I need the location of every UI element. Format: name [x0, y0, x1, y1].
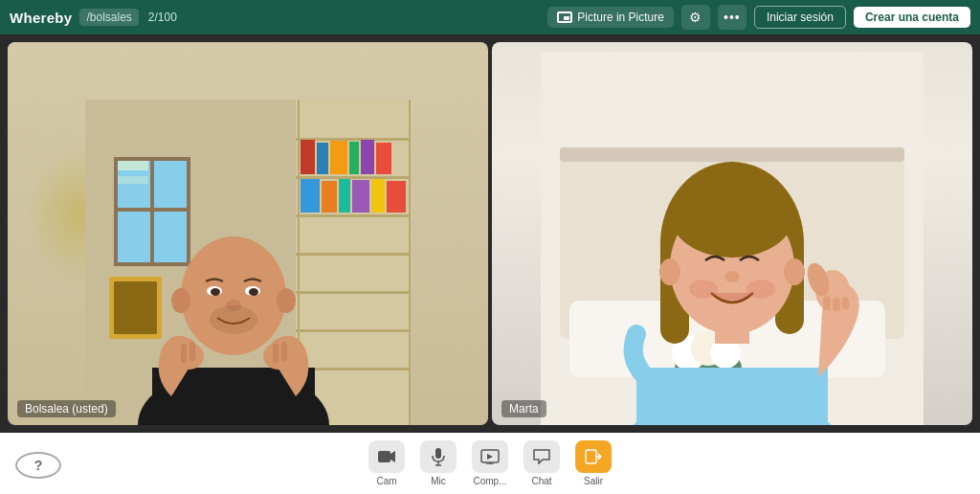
- svg-point-45: [210, 305, 257, 334]
- gear-icon: ⚙: [689, 10, 702, 25]
- svg-point-70: [784, 258, 805, 285]
- svg-rect-77: [833, 298, 840, 311]
- svg-marker-80: [390, 451, 395, 462]
- svg-rect-18: [322, 181, 337, 213]
- svg-rect-21: [371, 179, 385, 213]
- svg-point-43: [249, 288, 258, 296]
- svg-rect-79: [378, 451, 390, 462]
- svg-rect-9: [296, 329, 411, 332]
- svg-rect-54: [560, 147, 904, 162]
- chat-icon: [533, 449, 550, 464]
- screen-share-icon: [480, 449, 500, 464]
- svg-point-71: [724, 271, 740, 282]
- cam-icon-wrap: [368, 440, 405, 473]
- svg-rect-16: [376, 143, 391, 174]
- cam-label: Cam: [376, 476, 396, 486]
- comp-button[interactable]: Comp...: [466, 440, 514, 486]
- chat-icon-wrap: [523, 440, 560, 473]
- bottombar: ? Cam Mic: [0, 433, 980, 494]
- pip-label: Picture in Picture: [577, 11, 664, 24]
- right-scene-svg: [541, 52, 924, 425]
- help-icon: ?: [34, 458, 43, 473]
- right-video-tile: Marta: [492, 42, 972, 425]
- signin-button[interactable]: Iniciar sesión: [754, 6, 846, 29]
- salir-label: Salir: [584, 476, 603, 486]
- svg-point-68: [670, 171, 794, 258]
- create-account-button[interactable]: Crear una cuenta: [854, 7, 970, 28]
- svg-rect-17: [301, 179, 320, 213]
- svg-rect-49: [189, 342, 195, 361]
- svg-rect-13: [330, 141, 347, 174]
- svg-rect-11: [301, 140, 315, 174]
- pip-icon: [557, 11, 572, 23]
- svg-rect-27: [114, 262, 190, 266]
- comp-icon-wrap: [472, 440, 508, 473]
- help-button[interactable]: ?: [15, 452, 61, 479]
- svg-rect-6: [296, 214, 411, 217]
- svg-rect-20: [352, 180, 369, 213]
- svg-point-46: [173, 343, 204, 370]
- left-video-tile: Bolsalea (usted): [8, 42, 488, 425]
- svg-rect-12: [317, 143, 328, 174]
- left-scene-svg: [85, 100, 411, 425]
- participant-count: 2/100: [148, 11, 177, 24]
- svg-rect-19: [339, 179, 350, 213]
- video-area: Bolsalea (usted): [0, 34, 980, 433]
- svg-rect-31: [118, 176, 148, 184]
- leave-icon: [585, 449, 602, 464]
- svg-rect-5: [296, 176, 411, 179]
- svg-rect-48: [181, 344, 187, 363]
- svg-point-42: [211, 288, 220, 296]
- svg-rect-22: [387, 181, 406, 213]
- mic-icon-wrap: [420, 440, 457, 473]
- svg-point-38: [171, 288, 190, 313]
- svg-rect-8: [296, 291, 411, 294]
- svg-rect-88: [586, 450, 596, 463]
- svg-rect-15: [361, 140, 374, 174]
- mic-icon: [432, 447, 445, 466]
- svg-rect-51: [281, 342, 287, 361]
- svg-point-73: [746, 280, 775, 299]
- comp-label: Comp...: [473, 476, 506, 486]
- topbar: Whereby /bolsales 2/100 Picture in Pictu…: [0, 0, 980, 34]
- settings-button[interactable]: ⚙: [681, 5, 710, 30]
- leave-icon-wrap: [575, 440, 612, 473]
- cam-icon: [377, 449, 396, 464]
- mic-label: Mic: [431, 476, 446, 486]
- svg-point-69: [659, 258, 680, 285]
- leave-button[interactable]: Salir: [569, 440, 617, 486]
- more-button[interactable]: •••: [718, 5, 746, 30]
- ellipsis-icon: •••: [724, 10, 741, 25]
- svg-point-37: [181, 236, 286, 355]
- chat-label: Chat: [531, 476, 551, 486]
- svg-rect-81: [435, 448, 441, 459]
- svg-rect-14: [349, 142, 359, 174]
- svg-marker-87: [487, 454, 493, 460]
- mic-button[interactable]: Mic: [414, 440, 462, 486]
- brand-logo: Whereby: [10, 10, 72, 26]
- svg-rect-7: [296, 253, 411, 256]
- left-participant-label: Bolsalea (usted): [17, 400, 116, 417]
- right-participant-label: Marta: [501, 400, 546, 417]
- svg-point-72: [689, 280, 718, 299]
- svg-point-39: [277, 288, 296, 313]
- svg-rect-29: [114, 208, 190, 212]
- svg-rect-62: [636, 368, 828, 425]
- svg-rect-3: [409, 100, 411, 425]
- svg-rect-50: [273, 344, 278, 363]
- cam-button[interactable]: Cam: [363, 440, 411, 486]
- pip-button[interactable]: Picture in Picture: [547, 7, 674, 28]
- svg-rect-30: [118, 161, 148, 170]
- svg-rect-33: [114, 281, 157, 334]
- chat-button[interactable]: Chat: [518, 440, 566, 486]
- svg-rect-76: [823, 296, 831, 310]
- svg-rect-78: [842, 297, 849, 309]
- room-slug: /bolsales: [79, 9, 138, 26]
